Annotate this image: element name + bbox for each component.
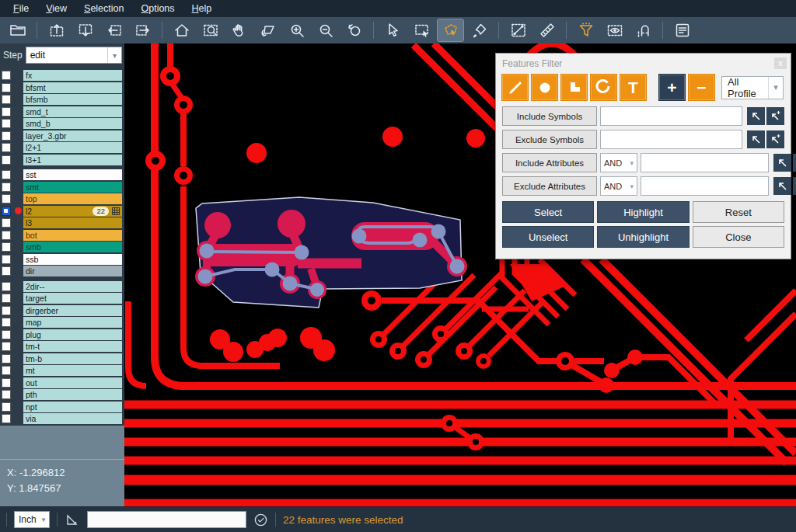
active-layer-indicator[interactable] [13, 71, 23, 81]
brush-button[interactable] [466, 19, 492, 41]
layer-visibility-checkbox[interactable] [2, 207, 11, 216]
active-layer-indicator[interactable] [13, 206, 23, 216]
unhighlight-button[interactable]: Unhighlight [597, 226, 689, 248]
exclude-attributes-input[interactable] [641, 176, 769, 196]
layer-item[interactable]: smt [23, 182, 122, 193]
close-button[interactable]: Close [693, 226, 784, 248]
active-layer-indicator[interactable] [13, 106, 23, 116]
active-layer-indicator[interactable] [13, 230, 23, 240]
redraw-button[interactable] [255, 19, 281, 41]
include-logic-select[interactable]: AND▾ [600, 153, 637, 172]
active-layer-indicator[interactable] [13, 390, 23, 400]
pan-button[interactable] [226, 19, 252, 41]
pick-add-symbol-button[interactable] [766, 130, 784, 148]
step-select[interactable]: edit ▾ [26, 47, 122, 64]
measure-button[interactable] [505, 19, 531, 41]
layer-visibility-checkbox[interactable] [2, 107, 11, 116]
select-button-dialog[interactable]: Select [502, 201, 594, 223]
snap-button[interactable] [630, 19, 656, 41]
layer-visibility-checkbox[interactable] [2, 306, 11, 315]
active-layer-indicator[interactable] [13, 119, 23, 129]
profile-select[interactable]: All Profile ▾ [721, 76, 784, 99]
layer-visibility-checkbox[interactable] [2, 390, 11, 399]
active-layer-indicator[interactable] [13, 143, 23, 153]
unit-select[interactable]: Inch ▾ [14, 511, 50, 528]
layer-visibility-checkbox[interactable] [2, 170, 11, 179]
polygon-select-button[interactable] [438, 19, 463, 41]
layer-visibility-checkbox[interactable] [2, 119, 11, 128]
active-layer-indicator[interactable] [13, 170, 23, 180]
active-layer-indicator[interactable] [13, 377, 23, 388]
layer-item[interactable]: target [23, 293, 122, 304]
layer-item[interactable]: smd_t [23, 106, 122, 117]
layer-item[interactable]: map [23, 317, 122, 328]
auto-apply-icon[interactable] [253, 513, 268, 527]
layer-item[interactable]: plug [23, 329, 122, 340]
layer-item[interactable]: npt [23, 402, 122, 412]
layer-visibility-checkbox[interactable] [2, 330, 11, 339]
active-layer-indicator[interactable] [13, 182, 23, 192]
layer-item[interactable]: l222 [23, 206, 122, 217]
active-layer-indicator[interactable] [13, 266, 23, 276]
pick-symbol-button[interactable] [747, 130, 765, 148]
view-up-button[interactable] [44, 19, 69, 41]
open-button[interactable] [5, 19, 30, 41]
layer-item[interactable]: bfsmt [23, 82, 122, 93]
layer-item[interactable]: tm-b [23, 353, 122, 364]
layer-item[interactable]: l3 [23, 217, 122, 228]
filter-button[interactable] [573, 19, 599, 41]
include-attributes-input[interactable] [641, 153, 769, 172]
pad-feature-button[interactable] [531, 74, 558, 101]
surface-feature-button[interactable] [560, 74, 588, 101]
layer-item[interactable]: sst [23, 169, 122, 180]
include-symbols-button[interactable]: Include Symbols [502, 106, 597, 126]
layer-item[interactable]: mt [23, 365, 122, 376]
layer-item[interactable]: dir [23, 266, 122, 276]
layer-visibility-checkbox[interactable] [2, 266, 11, 276]
layer-item[interactable]: tm-t [23, 341, 122, 352]
layer-visibility-checkbox[interactable] [2, 242, 11, 252]
select-button[interactable] [380, 19, 406, 41]
pick-symbol-button[interactable] [747, 107, 765, 125]
include-symbols-input[interactable] [600, 106, 742, 126]
panel-button[interactable] [669, 19, 695, 41]
active-layer-indicator[interactable] [13, 305, 23, 315]
rect-select-button[interactable] [409, 19, 435, 41]
reset-button[interactable]: Reset [693, 201, 784, 223]
pick-add-attribute-button[interactable] [793, 154, 796, 172]
active-layer-indicator[interactable] [13, 353, 23, 363]
menu-help[interactable]: Help [183, 2, 221, 16]
line-feature-button[interactable] [501, 74, 529, 101]
layer-item[interactable]: bot [23, 230, 122, 241]
layer-visibility-checkbox[interactable] [2, 231, 11, 240]
active-layer-indicator[interactable] [13, 414, 23, 424]
menu-file[interactable]: File [5, 2, 37, 16]
layer-item[interactable]: pth [23, 389, 122, 400]
menu-options[interactable]: Options [132, 2, 183, 16]
layer-visibility-checkbox[interactable] [2, 194, 11, 203]
layer-item[interactable]: via [23, 413, 122, 424]
menu-selection[interactable]: Selection [75, 2, 132, 16]
exclude-symbols-input[interactable] [600, 130, 742, 149]
active-layer-indicator[interactable] [13, 242, 23, 252]
command-input[interactable] [87, 511, 246, 528]
view-right-button[interactable] [130, 19, 155, 41]
layer-item[interactable]: top [23, 193, 122, 204]
exclude-logic-select[interactable]: AND▾ [600, 176, 637, 196]
home-view-button[interactable] [169, 19, 194, 41]
layer-visibility-checkbox[interactable] [2, 294, 11, 303]
layer-visibility-checkbox[interactable] [2, 143, 11, 152]
active-layer-indicator[interactable] [13, 254, 23, 264]
pick-attribute-button[interactable] [773, 154, 791, 172]
layer-visibility-checkbox[interactable] [2, 342, 11, 351]
active-layer-indicator[interactable] [13, 218, 23, 228]
view-down-button[interactable] [72, 19, 98, 41]
highlight-button[interactable]: Highlight [597, 201, 689, 223]
menu-view[interactable]: View [37, 2, 75, 16]
layer-item[interactable]: ssb [23, 254, 122, 265]
layer-item[interactable]: fx [23, 70, 122, 81]
arc-feature-button[interactable] [590, 74, 617, 101]
layer-item[interactable]: l3+1 [23, 155, 122, 165]
layer-visibility-checkbox[interactable] [2, 83, 11, 92]
layer-visibility-checkbox[interactable] [2, 318, 11, 327]
